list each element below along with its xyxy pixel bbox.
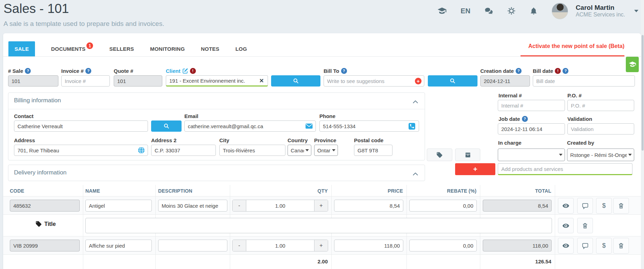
- city-input[interactable]: [219, 145, 285, 156]
- bill-to-search-button[interactable]: [428, 75, 477, 87]
- settings-gear-icon[interactable]: [507, 7, 516, 15]
- qty-minus-button[interactable]: -: [233, 240, 246, 251]
- sale-number-input: [8, 75, 58, 87]
- collapse-delivery-icon[interactable]: [413, 171, 418, 177]
- qty-input[interactable]: [246, 200, 314, 211]
- tab-documents[interactable]: DOCUMENTS 1: [51, 41, 93, 56]
- eye-icon: [562, 242, 569, 249]
- address2-input[interactable]: [151, 145, 216, 156]
- qty-plus-button[interactable]: +: [314, 240, 328, 251]
- tab-monitoring[interactable]: MONITORING: [150, 41, 185, 56]
- add-products-input[interactable]: [498, 163, 632, 175]
- help-icon[interactable]: ?: [85, 68, 91, 74]
- bill-date-input[interactable]: [533, 75, 635, 87]
- qty-input[interactable]: [246, 240, 314, 251]
- row-comment-button[interactable]: [577, 238, 593, 254]
- tutorial-button[interactable]: [626, 57, 639, 72]
- qty-minus-button[interactable]: -: [233, 200, 246, 211]
- tab-sale[interactable]: SALE: [8, 41, 35, 56]
- eye-icon: [562, 202, 569, 209]
- language-selector[interactable]: EN: [461, 7, 470, 15]
- edit-client-icon[interactable]: [182, 68, 188, 74]
- qty-plus-button[interactable]: +: [314, 200, 328, 211]
- po-number-input[interactable]: [567, 100, 634, 111]
- add-product-button[interactable]: +: [455, 163, 495, 175]
- job-date-input[interactable]: [498, 123, 565, 134]
- row-delete-button[interactable]: [613, 238, 629, 254]
- messages-icon[interactable]: [484, 7, 493, 15]
- validation-input[interactable]: [567, 123, 634, 134]
- address-input[interactable]: [14, 145, 148, 156]
- user-avatar[interactable]: [552, 3, 568, 19]
- tab-log[interactable]: LOG: [235, 41, 247, 56]
- help-icon[interactable]: ?: [25, 68, 31, 74]
- title-view-button[interactable]: [558, 218, 574, 233]
- quote-number-input: [114, 75, 162, 87]
- phone-input[interactable]: [319, 120, 419, 132]
- academy-icon[interactable]: [437, 6, 447, 16]
- row-price-button[interactable]: $: [596, 198, 612, 214]
- contact-input[interactable]: [14, 120, 148, 132]
- in-charge-label: In charge: [498, 139, 522, 146]
- internal-number-input[interactable]: [498, 100, 565, 111]
- qty-stepper: - +: [232, 240, 328, 251]
- help-icon[interactable]: ?: [341, 68, 347, 74]
- row-name-input[interactable]: [85, 200, 152, 212]
- country-select-wrap: Canada: [288, 145, 311, 156]
- contact-label: Contact: [14, 113, 34, 119]
- row-name-input[interactable]: [85, 240, 152, 251]
- divider: [8, 109, 425, 109]
- help-icon[interactable]: ?: [522, 116, 528, 122]
- country-select[interactable]: Canada: [288, 145, 311, 156]
- activate-pos-link[interactable]: Activate the new point of sale (Beta): [521, 43, 624, 49]
- in-charge-select[interactable]: [498, 149, 565, 161]
- add-bill-to-icon[interactable]: +: [415, 78, 422, 84]
- notifications-bell-icon[interactable]: [530, 7, 538, 15]
- tab-notes[interactable]: NOTES: [201, 41, 219, 56]
- row-rebate-input[interactable]: [409, 240, 477, 251]
- topbar: EN Carol Martin ACME Services inc.: [437, 2, 638, 20]
- row-comment-button[interactable]: [577, 198, 593, 214]
- row-rebate-input[interactable]: [409, 200, 477, 212]
- row-price-button[interactable]: $: [596, 238, 612, 254]
- title-delete-button[interactable]: [577, 218, 593, 233]
- user-menu-caret-icon[interactable]: [634, 10, 638, 12]
- archive-button[interactable]: [455, 149, 480, 161]
- grand-total: 126.54: [480, 258, 551, 264]
- tag-icon: [35, 221, 42, 227]
- row-price-input[interactable]: [334, 200, 403, 212]
- row-view-button[interactable]: [558, 198, 574, 214]
- delivery-section-title: Delivery information: [14, 169, 66, 176]
- postal-code-input[interactable]: [354, 145, 392, 156]
- created-by-select[interactable]: Rstonge - Rémi St-Onge: [567, 149, 634, 161]
- help-icon[interactable]: ?: [516, 68, 522, 74]
- row-description-input[interactable]: [158, 200, 227, 212]
- province-label: Province: [314, 137, 336, 143]
- row-description-input[interactable]: [158, 240, 227, 251]
- col-header-code: CODE: [10, 188, 24, 194]
- row-view-button[interactable]: [558, 238, 574, 254]
- province-select[interactable]: Ontario: [314, 145, 338, 156]
- row-delete-button[interactable]: [613, 198, 629, 214]
- help-icon[interactable]: ?: [562, 68, 568, 74]
- client-search-button[interactable]: [271, 75, 320, 87]
- user-company: ACME Services inc.: [576, 12, 625, 18]
- clear-client-icon[interactable]: ✕: [259, 78, 264, 84]
- required-icon: !: [190, 68, 196, 74]
- tab-sellers[interactable]: SELLERS: [109, 41, 134, 56]
- title-row-input[interactable]: [85, 218, 552, 233]
- scrollbar-thumb[interactable]: [642, 35, 644, 151]
- tags-button[interactable]: [427, 149, 452, 161]
- collapse-billing-icon[interactable]: [413, 99, 418, 105]
- documents-count-badge: 1: [86, 42, 93, 49]
- email-input[interactable]: [184, 120, 316, 132]
- row-price-input[interactable]: [334, 240, 403, 251]
- invoice-number-input[interactable]: [61, 75, 110, 87]
- contact-search-button[interactable]: [151, 120, 182, 132]
- search-icon: [450, 78, 456, 84]
- client-input[interactable]: [166, 75, 268, 87]
- user-menu[interactable]: Carol Martin ACME Services inc.: [576, 4, 625, 18]
- invoice-number-label: Invoice #?: [61, 68, 91, 74]
- bill-to-input[interactable]: [324, 75, 424, 87]
- col-header-rebate: REBATE (%): [406, 188, 476, 194]
